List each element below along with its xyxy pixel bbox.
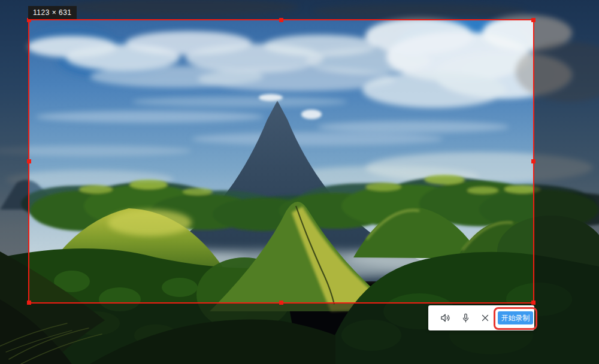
selection-handle-s[interactable] [279, 301, 283, 305]
selection-handle-e[interactable] [531, 159, 536, 163]
selection-handle-n[interactable] [279, 18, 283, 22]
microphone-button[interactable] [458, 311, 473, 325]
close-button[interactable] [478, 311, 492, 325]
start-recording-button[interactable]: 开始录制 [498, 311, 533, 324]
speaker-icon [440, 312, 452, 324]
selection-region[interactable] [28, 19, 534, 304]
close-icon [480, 313, 491, 323]
microphone-icon [460, 313, 471, 324]
screen-capture-overlay: 1123 × 631 开始录制 [0, 0, 599, 364]
recording-toolbar: 开始录制 [428, 305, 534, 330]
system-audio-button[interactable] [438, 311, 453, 325]
selection-handle-w[interactable] [27, 159, 31, 163]
selection-handle-sw[interactable] [27, 301, 31, 305]
selection-handle-se[interactable] [531, 301, 536, 305]
selection-handle-ne[interactable] [531, 18, 536, 22]
selection-size-badge: 1123 × 631 [28, 6, 77, 19]
